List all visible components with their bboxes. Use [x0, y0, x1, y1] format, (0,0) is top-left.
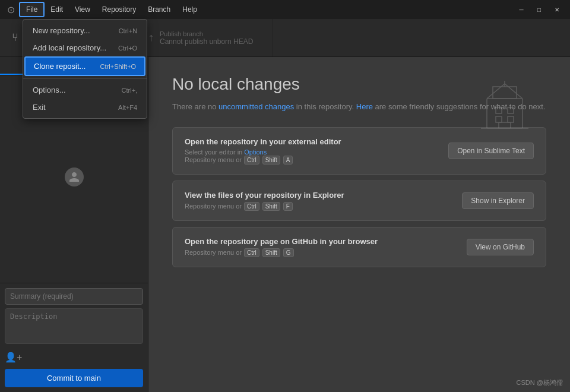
- svg-rect-5: [496, 116, 502, 122]
- title-bar: ⊙ File Edit View Repository Branch Help …: [0, 0, 570, 19]
- show-explorer-button[interactable]: Show in Explorer: [462, 192, 534, 209]
- title-bar-left: ⊙ File Edit View Repository Branch Help: [5, 2, 203, 17]
- action-editor-title: Open the repository in your external edi…: [185, 137, 341, 146]
- building-illustration: [475, 75, 534, 136]
- here-link[interactable]: Here: [356, 102, 373, 111]
- window-controls: ─ □ ✕: [513, 4, 565, 15]
- kbd-ctrl2: Ctrl: [244, 202, 259, 211]
- svg-rect-1: [493, 87, 517, 99]
- kbd-ctrl3: Ctrl: [244, 248, 259, 257]
- kbd-shift3: Shift: [262, 248, 280, 257]
- action-card-explorer-text: View the files of your repository in Exp…: [185, 191, 344, 211]
- svg-rect-0: [487, 99, 522, 128]
- content-area: No local changes There are no uncommitte…: [148, 57, 570, 392]
- branch-icon: ⑂: [12, 31, 18, 44]
- minimize-button[interactable]: ─: [513, 4, 530, 15]
- commit-button[interactable]: Commit to main: [5, 369, 143, 387]
- publish-label: Publish branch: [160, 30, 253, 37]
- publish-icon: ↑: [148, 31, 154, 44]
- menu-item-new-repo[interactable]: New repository... Ctrl+N: [23, 22, 147, 39]
- menu-view[interactable]: View: [69, 3, 96, 16]
- add-coauthor[interactable]: 👤+: [5, 349, 143, 365]
- sidebar-bottom: 👤+ Commit to main: [0, 283, 148, 392]
- menu-item-exit[interactable]: Exit Alt+F4: [23, 99, 147, 116]
- kbd-a: A: [283, 156, 293, 165]
- action-card-explorer: View the files of your repository in Exp…: [172, 181, 546, 221]
- menu-file[interactable]: File: [19, 2, 45, 17]
- publish-text: Publish branch Cannot publish unborn HEA…: [160, 30, 253, 46]
- menu-separator: [23, 78, 147, 79]
- view-github-button[interactable]: View on GitHub: [467, 239, 534, 255]
- file-dropdown-menu: New repository... Ctrl+N Add local repos…: [23, 19, 147, 119]
- menu-help[interactable]: Help: [176, 3, 203, 16]
- svg-rect-7: [499, 122, 511, 128]
- kbd-shift: Shift: [262, 156, 280, 165]
- avatar: [65, 167, 84, 186]
- publish-value: Cannot publish unborn HEAD: [160, 37, 253, 46]
- add-coauthor-icon: 👤+: [5, 352, 22, 363]
- uncommitted-link[interactable]: uncommitted changes: [218, 102, 294, 111]
- action-github-desc: Repository menu or Ctrl Shift G: [185, 248, 378, 257]
- action-card-github: Open the repository page on GitHub in yo…: [172, 227, 546, 267]
- menu-edit[interactable]: Edit: [45, 3, 69, 16]
- svg-rect-3: [496, 108, 502, 113]
- close-button[interactable]: ✕: [549, 4, 565, 15]
- action-github-title: Open the repository page on GitHub in yo…: [185, 237, 378, 246]
- menu-item-add-local[interactable]: Add local repository... Ctrl+O: [23, 39, 147, 56]
- menu-item-options[interactable]: Options... Ctrl+,: [23, 81, 147, 99]
- svg-rect-4: [508, 108, 514, 113]
- action-card-editor-text: Open the repository in your external edi…: [185, 137, 341, 165]
- kbd-g: G: [283, 248, 294, 257]
- action-card-github-text: Open the repository page on GitHub in yo…: [185, 237, 378, 257]
- menu-item-clone-repo[interactable]: Clone reposit... Ctrl+Shift+O: [24, 56, 145, 76]
- publish-branch-section: ↑ Publish branch Cannot publish unborn H…: [137, 19, 273, 56]
- kbd-shift2: Shift: [262, 202, 280, 211]
- action-explorer-title: View the files of your repository in Exp…: [185, 191, 344, 200]
- app-icon: ⊙: [5, 4, 17, 15]
- options-link[interactable]: Options: [244, 148, 267, 156]
- maximize-button[interactable]: □: [531, 4, 547, 15]
- svg-rect-6: [508, 116, 514, 122]
- action-editor-desc: Select your editor in Options Repository…: [185, 148, 341, 165]
- menu-branch[interactable]: Branch: [142, 3, 176, 16]
- kbd-ctrl: Ctrl: [244, 156, 259, 165]
- action-explorer-desc: Repository menu or Ctrl Shift F: [185, 202, 344, 211]
- open-editor-button[interactable]: Open in Sublime Text: [448, 143, 534, 159]
- menu-repository[interactable]: Repository: [96, 3, 142, 16]
- kbd-f: F: [283, 202, 293, 211]
- summary-input[interactable]: [5, 288, 143, 305]
- description-input[interactable]: [5, 308, 143, 344]
- watermark: CSDN @杨鸿儒: [517, 378, 563, 387]
